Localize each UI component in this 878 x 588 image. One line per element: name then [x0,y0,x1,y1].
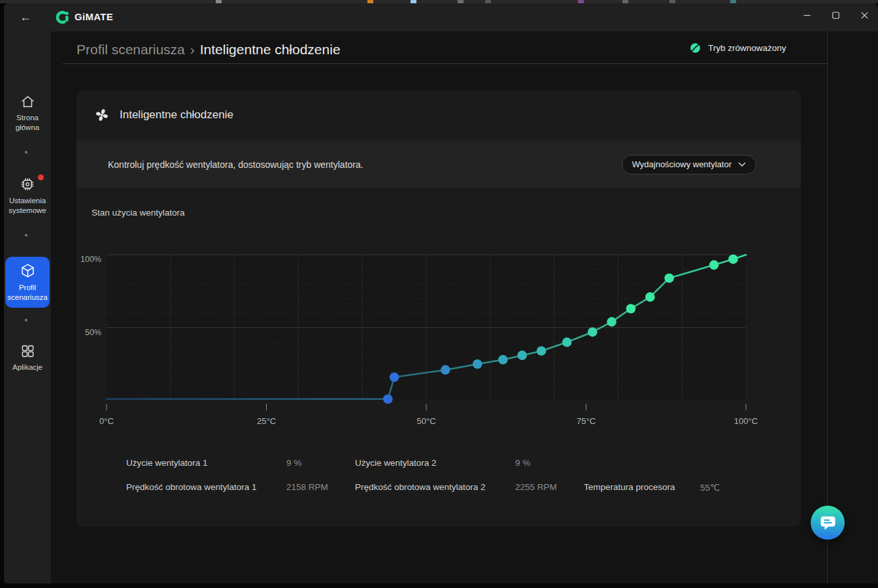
sidebar-item-label: główna [16,123,39,133]
breadcrumb-separator: › [190,42,195,57]
x-axis-tick-label: 100°C [734,416,758,426]
stat-label: Prędkość obrotowa wentylatora 1 [126,482,257,492]
chat-bubble-icon [820,515,836,531]
maximize-icon [832,12,839,19]
close-button[interactable] [851,5,878,25]
minimize-button[interactable] [793,5,820,25]
back-icon: ← [20,10,31,24]
sidebar-item-ustawienia-systemowe[interactable]: Ustawienia systemowe [5,176,50,215]
minimize-icon [803,12,811,19]
stat-value: 2255 RPM [515,482,557,492]
sidebar-separator-dot [25,319,27,321]
page-title: Inteligentne chłodzenie [200,42,341,57]
notification-badge [38,174,44,180]
fan-mode-dropdown[interactable]: Wydajnościowy wentylator [622,155,756,174]
sidebar-item-strona-glowna[interactable]: Strona główna [5,93,50,132]
titlebar: ← GiMATE [4,3,878,31]
curve-point[interactable] [626,304,636,314]
x-axis-tick-label: 25°C [257,416,276,426]
y-axis-tick-label: 100% [80,255,101,264]
curve-point[interactable] [537,346,547,356]
apps-icon [20,343,36,359]
curve-point[interactable] [645,292,655,302]
sidebar-item-label: scenariusza [7,293,47,302]
curve-point[interactable] [441,365,450,375]
stat-label: Użycie wentylatora 2 [355,458,437,468]
smart-cooling-card: Inteligentne chłodzenie Kontroluj prędko… [76,90,801,527]
sidebar-item-aplikacje[interactable]: Aplikacje [5,343,50,372]
stat-label: Temperatura procesora [584,482,675,492]
chart-title: Stan użycia wentylatora [92,208,185,218]
sidebar-item-label: Ustawienia [8,196,46,206]
main-content: Profil scenariusza›Inteligentne chłodzen… [51,31,878,583]
maximize-button[interactable] [822,5,849,25]
curve-point[interactable] [517,351,527,361]
curve-point[interactable] [709,260,719,270]
balanced-mode-leaf-icon [690,42,701,54]
breadcrumb: Profil scenariusza›Inteligentne chłodzen… [76,42,341,57]
x-axis-tick-label: 75°C [577,416,596,426]
back-button[interactable]: ← [14,7,37,27]
x-axis-tick-label: 50°C [416,416,435,426]
curve-point[interactable] [664,273,674,283]
chip-icon [19,176,36,193]
stat-value: 9 % [286,458,301,468]
curve-point[interactable] [473,359,482,369]
sidebar-item-label: Strona [16,113,39,123]
curve-point[interactable] [383,394,393,404]
content-right-divider [827,31,828,583]
chat-assistant-button[interactable] [811,506,845,540]
sidebar-item-label: systemowe [8,206,46,216]
stat-value: 55℃ [700,482,720,493]
curve-point[interactable] [588,327,598,337]
cube-icon [19,262,37,280]
curve-point[interactable] [607,317,616,327]
curve-point[interactable] [390,372,399,382]
app-title: GiMATE [75,11,113,22]
sidebar: Strona główna Ustawienia systemowe [4,31,51,583]
close-icon [861,12,868,19]
power-mode-indicator[interactable]: Tryb zrównoważony [690,41,786,55]
sidebar-item-profil-scenariusza[interactable]: Profil scenariusza [5,257,50,308]
fan-usage-section: Stan użycia wentylatora 50%100%0°C25°C50… [76,188,801,527]
sidebar-item-label: Profil [7,283,47,293]
card-title: Inteligentne chłodzenie [120,108,233,122]
stat-value: 9 % [515,458,530,468]
power-mode-label: Tryb zrównoważony [708,43,786,53]
curve-point[interactable] [498,355,508,365]
fan-mode-dropdown-value: Wydajnościowy wentylator [632,159,732,169]
sidebar-separator-dot [25,151,27,154]
sidebar-item-label: Aplikacje [12,363,42,372]
fan-curve-chart[interactable]: 50%100%0°C25°C50°C75°C100°C [76,240,801,436]
curve-point[interactable] [562,338,572,348]
x-axis-tick-label: 0°C [99,416,114,426]
stat-value: 2158 RPM [286,482,328,492]
stat-label: Prędkość obrotowa wentylatora 2 [355,482,486,492]
curve-point[interactable] [728,254,738,264]
breadcrumb-divider [63,63,827,64]
fan-icon [94,107,110,123]
home-icon [20,93,36,110]
sidebar-separator-dot [25,234,27,237]
fan-mode-description: Kontroluj prędkość wentylatora, dostosow… [108,159,363,170]
breadcrumb-parent[interactable]: Profil scenariusza [76,42,185,57]
fan-mode-row: Kontroluj prędkość wentylatora, dostosow… [76,141,801,188]
card-header: Inteligentne chłodzenie [76,90,801,140]
y-axis-tick-label: 50% [85,328,101,337]
stat-label: Użycie wentylatora 1 [126,458,208,468]
app-window: ← GiMATE [4,3,878,583]
chevron-down-icon [738,162,746,167]
gimate-logo-icon [55,10,71,25]
